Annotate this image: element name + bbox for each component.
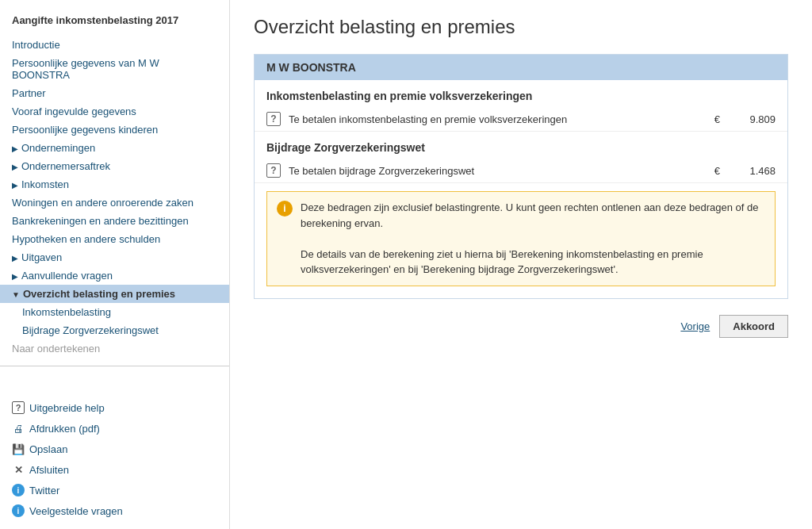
sidebar-item-inkomsten[interactable]: ▶Inkomsten: [0, 175, 229, 194]
detail-row-2: ? Te betalen bijdrage Zorgverzekeringswe…: [255, 159, 787, 183]
sidebar: Aangifte inkomstenbelasting 2017 Introdu…: [0, 0, 230, 529]
content-header: M W BOONSTRA: [255, 55, 787, 80]
printer-icon: 🖨: [12, 422, 25, 435]
sidebar-item-aanvullende[interactable]: ▶Aanvullende vragen: [0, 266, 229, 285]
sidebar-bottom-twitter[interactable]: i Twitter: [0, 480, 229, 500]
main-content: Overzicht belasting en premies M W BOONS…: [230, 0, 812, 529]
vorige-button[interactable]: Vorige: [680, 320, 710, 332]
sidebar-item-woningen[interactable]: Woningen en andere onroerende zaken: [0, 194, 229, 212]
info-icon: i: [12, 504, 25, 517]
arrow-icon: ▶: [12, 163, 18, 171]
sidebar-item-persoonlijk[interactable]: Persoonlijke gegevens van M W BOONSTRA: [0, 54, 229, 84]
detail-label-2: Te betalen bijdrage Zorgverzekeringswet: [289, 165, 707, 177]
close-icon: ✕: [12, 463, 25, 476]
akkoord-button[interactable]: Akkoord: [719, 315, 788, 338]
help-icon: ?: [12, 401, 25, 414]
sidebar-bottom-print[interactable]: 🖨 Afdrukken (pdf): [0, 418, 229, 439]
info-box: i Deze bedragen zijn exclusief belasting…: [266, 191, 776, 286]
sidebar-item-inkomstenbelasting[interactable]: Inkomstenbelasting: [0, 303, 229, 321]
detail-amount-1: 9.809: [736, 113, 776, 125]
nav-buttons: Vorige Akkoord: [254, 315, 788, 338]
sidebar-bottom-help[interactable]: ? Uitgebreide help: [0, 397, 229, 418]
section-heading-2: Bijdrage Zorgverzekeringswet: [255, 132, 787, 159]
sidebar-item-kinderen[interactable]: Persoonlijke gegevens kinderen: [0, 121, 229, 139]
arrow-icon: ▶: [12, 272, 18, 281]
warning-icon: i: [277, 201, 293, 217]
sidebar-item-ondernemingen[interactable]: ▶Ondernemingen: [0, 139, 229, 157]
arrow-icon: ▼: [12, 290, 20, 299]
arrow-icon: ▶: [12, 144, 18, 153]
section-heading-1: Inkomstenbelasting en premie volksverzek…: [255, 80, 787, 107]
sidebar-title: Aangifte inkomstenbelasting 2017: [0, 8, 229, 36]
question-icon[interactable]: ?: [266, 163, 281, 178]
question-icon[interactable]: ?: [266, 112, 281, 126]
sidebar-item-ondertekenen: Naar ondertekenen: [0, 339, 229, 358]
info-line1: Deze bedragen zijn exclusief belastingre…: [301, 200, 765, 231]
info-text: Deze bedragen zijn exclusief belastingre…: [301, 200, 765, 278]
sidebar-bottom-opslaan[interactable]: 💾 Opslaan: [0, 439, 229, 459]
info-icon: i: [12, 484, 25, 496]
sidebar-item-uitgaven[interactable]: ▶Uitgaven: [0, 248, 229, 266]
info-line2: De details van de berekening ziet u hier…: [301, 247, 765, 278]
sidebar-item-bankrekeningen[interactable]: Bankrekeningen en andere bezittingen: [0, 212, 229, 230]
save-icon: 💾: [12, 443, 25, 455]
detail-amount-2: 1.468: [736, 165, 776, 177]
sidebar-bottom-faq[interactable]: i Veelgestelde vragen: [0, 500, 229, 521]
arrow-icon: ▶: [12, 181, 18, 190]
detail-currency-1: €: [714, 113, 720, 125]
sidebar-item-introductie[interactable]: Introductie: [0, 36, 229, 54]
sidebar-item-zorgverzekering[interactable]: Bijdrage Zorgverzekeringswet: [0, 321, 229, 339]
page-title: Overzicht belasting en premies: [254, 16, 788, 38]
sidebar-item-overzicht[interactable]: ▼Overzicht belasting en premies: [0, 285, 229, 303]
content-body: Inkomstenbelasting en premie volksverzek…: [255, 80, 787, 286]
arrow-icon: ▶: [12, 254, 18, 263]
detail-currency-2: €: [714, 165, 720, 177]
content-box: M W BOONSTRA Inkomstenbelasting en premi…: [254, 54, 788, 299]
sidebar-bottom-afsluiten[interactable]: ✕ Afsluiten: [0, 459, 229, 480]
sidebar-item-partner[interactable]: Partner: [0, 84, 229, 102]
sidebar-item-hypotheken[interactable]: Hypotheken en andere schulden: [0, 230, 229, 248]
detail-label-1: Te betalen inkomstenbelasting en premie …: [289, 113, 707, 125]
detail-row-1: ? Te betalen inkomstenbelasting en premi…: [255, 107, 787, 132]
sidebar-item-ondernemersaftrek[interactable]: ▶Ondernemersaftrek: [0, 157, 229, 175]
sidebar-bottom: ? Uitgebreide help 🖨 Afdrukken (pdf) 💾 O…: [0, 389, 229, 521]
sidebar-item-vooraf[interactable]: Vooraf ingevulde gegevens: [0, 102, 229, 121]
